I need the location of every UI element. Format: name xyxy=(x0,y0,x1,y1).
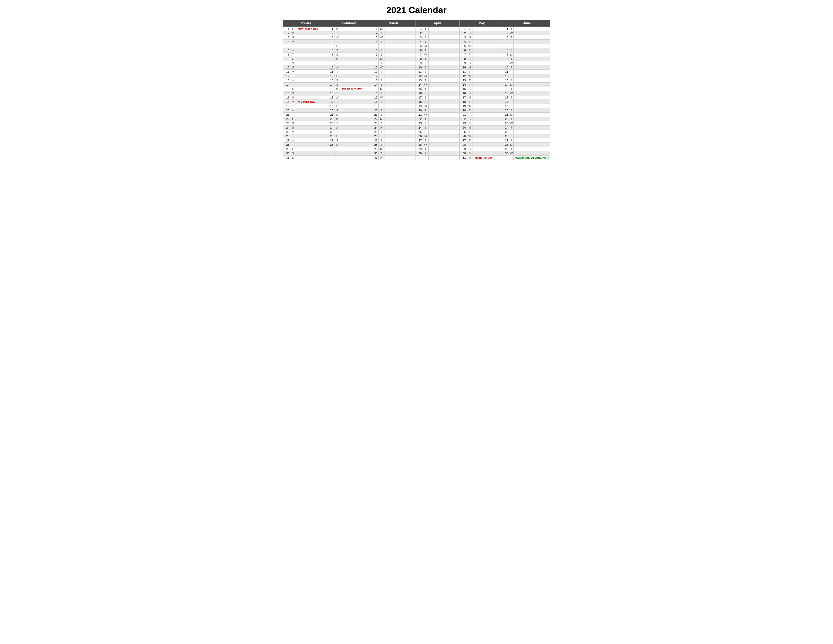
day-letter: F xyxy=(290,27,296,31)
day-letter: T xyxy=(290,113,296,117)
day-number: 29 xyxy=(371,147,379,151)
day-letter: S xyxy=(290,95,296,100)
day-number: 17 xyxy=(460,95,467,100)
day-letter: F xyxy=(467,82,473,87)
day-number: 15 xyxy=(415,87,423,91)
day-letter: W xyxy=(509,31,514,35)
day-letter: S xyxy=(290,121,296,126)
day-number: 27 xyxy=(283,138,290,143)
day-letter: W xyxy=(509,121,514,126)
day-number: 14 xyxy=(327,82,334,87)
day-number: 29 xyxy=(283,147,290,151)
day-number: 14 xyxy=(283,82,290,87)
day-letter: S xyxy=(467,57,473,61)
day-number: 9 xyxy=(283,61,290,65)
jun-holiday-cell xyxy=(514,70,550,74)
day-number xyxy=(327,151,334,156)
day-number: 16 xyxy=(504,91,510,95)
day-number: 11 xyxy=(371,70,379,74)
mar-holiday-cell xyxy=(384,138,415,143)
day-number: 31 xyxy=(460,156,467,160)
day-letter: S xyxy=(290,156,296,160)
day-letter: W xyxy=(467,134,473,138)
day-number: 24 xyxy=(327,126,334,130)
day-letter: F xyxy=(467,143,473,147)
header-february: February xyxy=(327,20,371,27)
jan-holiday-cell xyxy=(296,138,327,143)
day-number: 16 xyxy=(460,91,467,95)
day-number: 22 xyxy=(504,117,510,121)
day-number: 12 xyxy=(460,74,467,78)
day-letter: M xyxy=(509,53,514,57)
may-holiday-cell: Memorial Day xyxy=(473,156,503,160)
day-number: 9 xyxy=(327,61,334,65)
feb-holiday-cell xyxy=(340,70,371,74)
feb-holiday-cell xyxy=(340,138,371,143)
may-holiday-cell xyxy=(473,138,503,143)
day-number: 29 xyxy=(504,147,510,151)
apr-holiday-cell xyxy=(428,151,460,156)
day-number: 1 xyxy=(371,27,379,31)
day-letter: F xyxy=(509,40,514,44)
may-holiday-cell xyxy=(473,40,503,44)
table-row: 21T21S21S21W21F21M xyxy=(283,113,550,117)
jan-holiday-cell xyxy=(296,91,327,95)
apr-holiday-cell xyxy=(428,117,460,121)
day-letter: M xyxy=(467,35,473,40)
day-number: 12 xyxy=(327,74,334,78)
table-row: 13W13S13S13T13T13S xyxy=(283,78,550,82)
calendar-table: January February March April May June 1F… xyxy=(283,20,550,160)
mar-holiday-cell xyxy=(384,61,415,65)
day-number: 23 xyxy=(415,121,423,126)
day-letter: M xyxy=(378,147,384,151)
mar-holiday-cell xyxy=(384,78,415,82)
day-number: 30 xyxy=(415,151,423,156)
apr-holiday-cell xyxy=(428,82,460,87)
day-number: 18 xyxy=(460,100,467,104)
day-number: 21 xyxy=(460,113,467,117)
feb-holiday-cell xyxy=(340,126,371,130)
mar-holiday-cell xyxy=(384,70,415,74)
day-letter: W xyxy=(290,108,296,113)
feb-holiday-cell xyxy=(340,78,371,82)
day-number: 22 xyxy=(327,117,334,121)
day-number xyxy=(327,156,334,160)
may-holiday-cell xyxy=(473,57,503,61)
day-letter: M xyxy=(509,82,514,87)
day-letter: M xyxy=(334,87,340,91)
may-holiday-cell xyxy=(473,78,503,82)
day-letter: S xyxy=(509,74,514,78)
day-letter: T xyxy=(509,87,514,91)
day-letter: T xyxy=(378,61,384,65)
day-number: 16 xyxy=(415,91,423,95)
day-letter: T xyxy=(290,134,296,138)
day-number: 25 xyxy=(327,130,334,134)
jun-holiday-cell xyxy=(514,91,550,95)
apr-holiday-cell xyxy=(428,70,460,74)
day-letter: T xyxy=(334,61,340,65)
day-letter: T xyxy=(423,138,428,143)
apr-holiday-cell xyxy=(428,134,460,138)
mar-holiday-cell xyxy=(384,126,415,130)
day-letter: F xyxy=(378,104,384,108)
day-number: 28 xyxy=(371,143,379,147)
day-letter: T xyxy=(509,126,514,130)
feb-holiday-cell xyxy=(340,104,371,108)
day-letter: F xyxy=(378,44,384,48)
day-number: 19 xyxy=(415,104,423,108)
day-letter: W xyxy=(509,61,514,65)
day-letter: T xyxy=(423,117,428,121)
day-letter: S xyxy=(378,143,384,147)
day-letter: M xyxy=(509,143,514,147)
day-number: 20 xyxy=(327,108,334,113)
jun-holiday-cell xyxy=(514,121,550,126)
day-number: 12 xyxy=(283,74,290,78)
day-letter: S xyxy=(378,108,384,113)
may-holiday-cell xyxy=(473,104,503,108)
day-letter: M xyxy=(509,113,514,117)
apr-holiday-cell xyxy=(428,121,460,126)
table-row: 9S9T9T9F9S9W xyxy=(283,61,550,65)
day-letter: M xyxy=(467,95,473,100)
day-letter: S xyxy=(378,48,384,53)
mar-holiday-cell xyxy=(384,130,415,134)
